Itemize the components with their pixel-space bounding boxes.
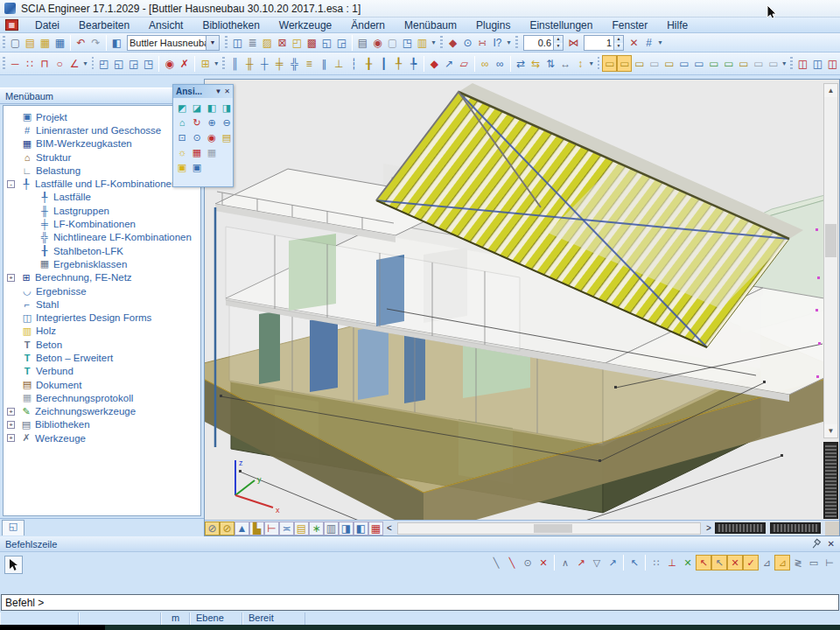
snap-edge-icon[interactable]: ✓ (743, 555, 759, 570)
connect-icon[interactable]: ⋈ (566, 34, 581, 51)
rotation-wheel-vertical[interactable] (823, 442, 838, 519)
model-3d-scene[interactable]: z y x (205, 80, 826, 522)
scroll-down-icon[interactable]: ▼ (824, 424, 837, 438)
snap-surface-icon[interactable]: ⊿ (774, 555, 790, 570)
print-icon[interactable]: ▤ (355, 34, 370, 51)
axis-display-icon[interactable]: ▲ (234, 522, 249, 536)
sidebar-item-holz[interactable]: ▥Holz (4, 325, 200, 338)
sidebar-item-bibliotheken[interactable]: +▤Bibliotheken (4, 418, 200, 431)
rafter-icon[interactable]: ╪ (272, 55, 287, 72)
vertical-scrollbar[interactable]: ▲ ▼ (823, 83, 838, 438)
list-icon[interactable]: ≣ (245, 34, 260, 51)
sidebar-item-verbund[interactable]: TVerbund (4, 365, 200, 378)
toolbar-handle[interactable] (92, 57, 94, 71)
vertical-scrollbar-thumb[interactable] (825, 224, 836, 257)
new-project-icon[interactable]: ▢ (8, 34, 23, 51)
camera-2-icon[interactable]: ▦ (205, 145, 219, 159)
view-top-icon[interactable]: ◩ (175, 101, 189, 115)
layer-12-icon[interactable]: ▭ (766, 55, 780, 72)
move-icon[interactable]: ⇄ (514, 55, 528, 72)
sidebar-item-beton-erweitert[interactable]: TBeton – Erweitert (4, 351, 200, 364)
scroll-right-icon[interactable]: > (703, 523, 715, 533)
sidebar-item-dokument[interactable]: ▤Dokument (4, 378, 200, 391)
menu-bibliotheken[interactable]: Bibliotheken (192, 18, 269, 32)
cross-icon[interactable]: ✕ (626, 34, 641, 51)
bim-4-icon[interactable]: ◳ (141, 55, 156, 72)
view-axo-icon[interactable]: ◨ (220, 101, 234, 115)
snap-circle-icon[interactable]: ⊙ (520, 555, 536, 570)
copy-move-icon[interactable]: ⇆ (528, 55, 543, 72)
sidebar-tab[interactable]: ◱ (2, 520, 24, 536)
view-params-icon[interactable]: ◨ (339, 522, 354, 536)
count-spinner[interactable]: 1 ▲▼ (584, 35, 624, 51)
toolbar-overflow-icon[interactable]: ▾ (505, 38, 513, 46)
bim-3-icon[interactable]: ◲ (126, 55, 141, 72)
section-3-icon[interactable]: ◫ (825, 55, 840, 72)
preview-icon[interactable]: ◉ (370, 34, 385, 51)
load-member-icon[interactable]: ╂ (361, 55, 376, 72)
snap-arc-center-icon[interactable]: ≷ (790, 555, 806, 570)
rotate-view-icon[interactable]: ↻ (190, 116, 204, 130)
sidebar-item-berechnung-fe-netz[interactable]: +⊞Berechnung, FE-Netz (4, 271, 200, 284)
toolbar-handle[interactable] (440, 36, 443, 50)
snap-dim-icon[interactable]: ▭ (806, 555, 822, 570)
vector-icon[interactable]: ↗ (442, 55, 457, 72)
beam-icon[interactable]: ║ (228, 55, 242, 72)
bracket-icon[interactable]: ⊓ (38, 55, 52, 72)
view-side-icon[interactable]: ◧ (205, 101, 219, 115)
binocular-2-icon[interactable]: ∞ (493, 55, 508, 72)
camera-icon[interactable]: ▦ (190, 145, 204, 159)
select-cursor-icon[interactable]: ↖ (626, 555, 642, 570)
snap-intersection-icon[interactable]: ✕ (680, 555, 696, 570)
horizontal-scrollbar[interactable] (397, 522, 701, 535)
slab-icon[interactable]: ≡ (302, 55, 317, 72)
light-icon[interactable]: ☼ (175, 145, 189, 159)
spin-down-icon[interactable]: ▼ (554, 43, 563, 50)
snap-ortho-icon[interactable]: ⊿ (759, 555, 774, 570)
palette-close-icon[interactable]: ✕ (224, 88, 230, 95)
points-icon[interactable]: ∷ (23, 55, 38, 72)
sidebar-item-linienraster-und-geschosse[interactable]: #Linienraster und Geschosse (4, 123, 200, 136)
frame-member-icon[interactable]: ╬ (287, 55, 302, 72)
stretch-icon[interactable]: ↔ (558, 55, 573, 72)
layer-4-icon[interactable]: ▭ (647, 55, 662, 72)
toolbar-handle[interactable] (3, 57, 5, 71)
layer-6-icon[interactable]: ▭ (676, 55, 691, 72)
toolbar-overflow-icon[interactable]: ▾ (82, 60, 89, 67)
spin-up-icon[interactable]: ▲ (614, 36, 623, 43)
layer-5-icon[interactable]: ▭ (662, 55, 676, 72)
plane-icon[interactable]: ▱ (457, 55, 472, 72)
layers-icon[interactable]: ◫ (230, 34, 245, 51)
snap-line-icon[interactable]: ╲ (488, 555, 504, 570)
sidebar-item-struktur[interactable]: ⌂Struktur (4, 150, 200, 164)
toolbar-overflow-icon[interactable]: ▾ (588, 60, 595, 67)
layer-3-icon[interactable]: ▭ (632, 55, 647, 72)
gallery-icon[interactable]: ◳ (400, 34, 415, 51)
snap-vector-icon[interactable]: ↗ (605, 555, 620, 570)
toolbar-handle[interactable] (225, 36, 228, 50)
layer-2-icon[interactable]: ▭ (617, 55, 632, 72)
opening-icon[interactable]: ╄ (406, 55, 421, 72)
label-display-icon[interactable]: ⊢ (264, 522, 279, 536)
bim-1-icon[interactable]: ◰ (96, 55, 111, 72)
open-project-icon[interactable]: ▤ (23, 34, 38, 51)
snap-last-icon[interactable]: ⊢ (822, 555, 837, 570)
menu-fenster[interactable]: Fenster (602, 18, 657, 32)
rotate-icon[interactable]: ↕ (573, 55, 588, 72)
hinge-icon[interactable]: ┆ (346, 55, 361, 72)
info-icon[interactable]: I? (490, 34, 505, 51)
scroll-left-icon[interactable]: < (383, 523, 396, 533)
sidebar-item-beton[interactable]: TBeton (4, 338, 200, 351)
close-icon[interactable]: ✕ (828, 539, 835, 549)
menu-datei[interactable]: Datei (25, 18, 69, 32)
menu-ansicht[interactable]: Ansicht (139, 18, 192, 32)
haunch-icon[interactable]: ╀ (391, 55, 406, 72)
layer-11-icon[interactable]: ▭ (751, 55, 766, 72)
sidebar-item-lastfalle-und-lf-kombinationen[interactable]: -╀Lastfälle und LF-Kombinationen (4, 177, 200, 190)
snap-perpendicular-icon[interactable]: ⊥ (664, 555, 680, 570)
render-icon[interactable]: ▣ (190, 160, 204, 174)
rib-icon[interactable]: ┃ (376, 55, 391, 72)
layer-10-icon[interactable]: ▭ (736, 55, 751, 72)
snap-arc-icon[interactable]: ∧ (557, 555, 573, 570)
sidebar-item-ergebnisklassen[interactable]: ▦Ergebnisklassen (4, 257, 200, 270)
